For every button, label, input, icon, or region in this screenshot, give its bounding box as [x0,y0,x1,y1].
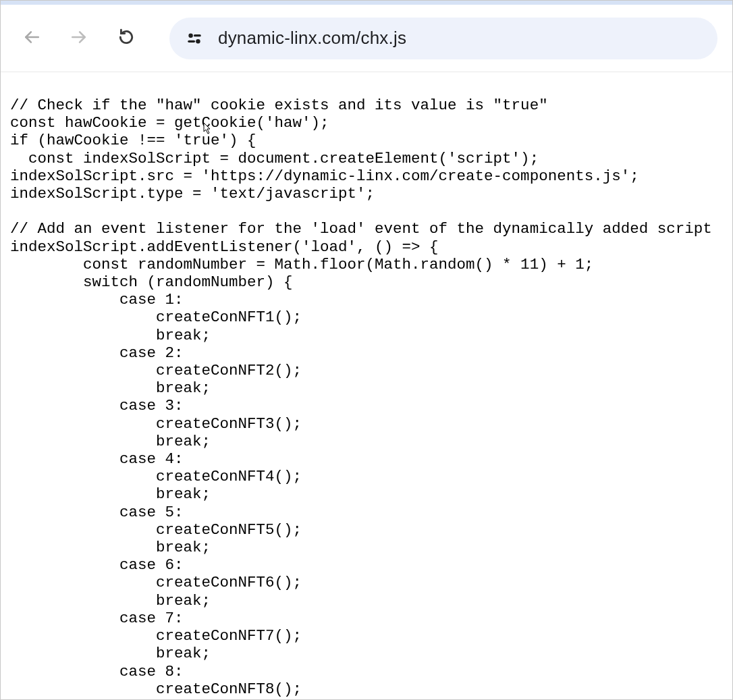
svg-rect-5 [188,40,195,42]
svg-point-4 [196,39,200,44]
svg-rect-3 [194,34,201,36]
address-bar[interactable]: dynamic-linx.com/chx.js [169,18,717,59]
back-button[interactable] [16,22,48,55]
svg-point-2 [188,33,193,38]
site-settings-icon[interactable] [186,30,203,47]
arrow-left-icon [23,28,40,49]
reload-button[interactable] [110,22,142,55]
page-source-code[interactable]: // Check if the "haw" cookie exists and … [1,72,732,698]
forward-button[interactable] [63,22,95,55]
browser-toolbar: dynamic-linx.com/chx.js [1,5,732,72]
arrow-right-icon [70,28,88,49]
reload-icon [117,28,135,49]
url-text[interactable]: dynamic-linx.com/chx.js [218,28,406,49]
